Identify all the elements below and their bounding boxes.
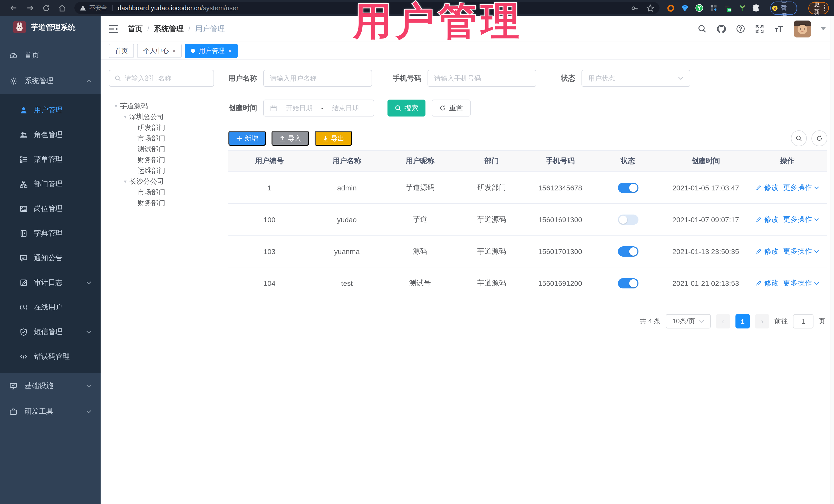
username-input[interactable]: 请输入用户名称	[263, 70, 372, 87]
tree-node-root[interactable]: ▾芋道源码	[109, 101, 221, 111]
chevron-down-icon[interactable]	[814, 218, 819, 221]
extension-green-y-icon[interactable]	[695, 4, 704, 12]
more-actions-link[interactable]: 更多操作	[783, 215, 812, 224]
extension-gem-icon[interactable]	[681, 4, 689, 12]
caret-down-icon[interactable]: ▾	[112, 103, 120, 109]
tree-node[interactable]: ▾深圳总公司	[109, 111, 221, 122]
sidebar-collapse-icon[interactable]	[109, 24, 118, 33]
breadcrumb-system[interactable]: 系统管理	[154, 24, 184, 34]
more-actions-link[interactable]: 更多操作	[783, 247, 812, 256]
status-toggle[interactable]	[618, 214, 638, 224]
github-icon[interactable]	[717, 24, 726, 34]
font-size-icon[interactable]	[774, 25, 784, 33]
more-actions-link[interactable]: 更多操作	[783, 183, 812, 192]
chevron-down-icon[interactable]	[814, 282, 819, 285]
browser-menu-icon[interactable]	[824, 5, 825, 11]
tree-node[interactable]: 运维部门	[109, 165, 221, 176]
next-page-button[interactable]: ›	[755, 314, 769, 328]
caret-down-icon[interactable]	[821, 27, 826, 30]
edit-link[interactable]: 修改	[764, 183, 778, 192]
status-select[interactable]: 用户状态	[581, 70, 690, 87]
plus-icon	[236, 135, 242, 141]
sidebar-item-sms-management[interactable]: 短信管理	[0, 320, 101, 344]
extension-tabs-on-icon[interactable]: on	[724, 4, 732, 12]
mobile-input[interactable]: 请输入手机号码	[427, 70, 536, 87]
reload-icon[interactable]	[42, 4, 50, 12]
extension-sprout-icon[interactable]	[739, 4, 746, 12]
search-button[interactable]: 搜索	[388, 100, 425, 116]
extension-puzzle-icon[interactable]	[752, 4, 760, 12]
close-icon[interactable]: ×	[172, 48, 176, 54]
caret-down-icon[interactable]: ▾	[121, 114, 129, 119]
edit-link[interactable]: 修改	[764, 279, 778, 288]
create-time-range-picker[interactable]: 开始日期 - 结束日期	[263, 100, 374, 116]
export-button[interactable]: 导出	[314, 131, 352, 146]
edit-link[interactable]: 修改	[764, 215, 778, 224]
sidebar-item-role-management[interactable]: 角色管理	[0, 123, 101, 147]
refresh-table-button[interactable]	[811, 130, 827, 146]
sidebar-item-dept-management[interactable]: 部门管理	[0, 172, 101, 197]
more-actions-link[interactable]: 更多操作	[783, 279, 812, 288]
caret-down-icon[interactable]: ▾	[121, 179, 129, 184]
chevron-down-icon[interactable]	[814, 250, 819, 253]
profile-paused-chip[interactable]: 已暂停	[770, 1, 797, 15]
sidebar-item-post-management[interactable]: 岗位管理	[0, 197, 101, 221]
tree-node[interactable]: 研发部门	[109, 122, 221, 133]
reset-button[interactable]: 重置	[432, 100, 470, 116]
sidebar-item-user-management[interactable]: 用户管理	[0, 98, 101, 123]
password-key-icon[interactable]	[631, 4, 639, 12]
extension-grid-icon[interactable]	[710, 4, 718, 12]
prev-page-button[interactable]: ‹	[716, 314, 730, 328]
sidebar-item-dev-tools[interactable]: 研发工具	[0, 399, 101, 424]
bookmark-star-icon[interactable]	[646, 4, 654, 12]
app-logo[interactable]: 芋道管理系统	[0, 16, 101, 39]
sidebar-item-error-code[interactable]: 错误码管理	[0, 344, 101, 369]
import-button[interactable]: 导入	[271, 131, 309, 146]
tab-profile[interactable]: 个人中心×	[137, 44, 182, 58]
page-size-select[interactable]: 10条/页	[666, 314, 711, 328]
sidebar-item-online-users[interactable]: 在线用户	[0, 295, 101, 320]
sidebar-item-system[interactable]: 系统管理	[0, 68, 101, 94]
user-avatar[interactable]	[794, 20, 811, 37]
sidebar-item-menu-management[interactable]: 菜单管理	[0, 147, 101, 172]
edit-link[interactable]: 修改	[764, 247, 778, 256]
security-chip[interactable]: 不安全	[80, 4, 107, 12]
sidebar-item-label: 在线用户	[34, 303, 63, 312]
current-page[interactable]: 1	[736, 314, 750, 328]
header-search-icon[interactable]	[698, 24, 707, 34]
sidebar-item-notice[interactable]: 通知公告	[0, 246, 101, 270]
tree-node[interactable]: 市场部门	[109, 187, 221, 198]
back-icon[interactable]	[9, 4, 18, 12]
status-toggle[interactable]	[618, 182, 638, 193]
status-toggle[interactable]	[618, 278, 638, 288]
browser-update-button[interactable]: 更新	[808, 2, 829, 14]
home-icon[interactable]	[58, 4, 66, 12]
address-bar[interactable]: 不安全 dashboard.yudao.iocoder.cn/system/us…	[74, 2, 659, 14]
url-text[interactable]: dashboard.yudao.iocoder.cn/system/user	[118, 4, 239, 12]
tree-node[interactable]: 测试部门	[109, 144, 221, 154]
chevron-down-icon[interactable]	[814, 186, 819, 189]
breadcrumb-home[interactable]: 首页	[128, 24, 143, 34]
extension-orange-ring-icon[interactable]	[667, 4, 675, 12]
tree-node[interactable]: 财务部门	[109, 198, 221, 209]
dept-search-input[interactable]: 请输入部门名称	[109, 70, 214, 87]
tree-node[interactable]: ▾长沙分公司	[109, 176, 221, 187]
sidebar-item-infrastructure[interactable]: 基础设施	[0, 373, 101, 399]
fullscreen-icon[interactable]	[755, 24, 764, 34]
edit-icon	[755, 280, 762, 286]
close-icon[interactable]: ×	[228, 48, 232, 54]
tab-home[interactable]: 首页	[109, 44, 134, 58]
forward-icon[interactable]	[26, 4, 35, 12]
tree-node[interactable]: 财务部门	[109, 154, 221, 165]
help-icon[interactable]	[736, 24, 745, 34]
add-button[interactable]: 新增	[228, 131, 266, 146]
sidebar-item-audit-log[interactable]: 审计日志	[0, 270, 101, 295]
tab-user-management[interactable]: 用户管理×	[185, 44, 238, 58]
goto-page-input[interactable]: 1	[793, 314, 813, 328]
sidebar-item-home[interactable]: 首页	[0, 43, 101, 68]
page-scrollbar[interactable]	[830, 16, 834, 504]
show-search-toggle-button[interactable]	[791, 130, 807, 146]
status-toggle[interactable]	[618, 246, 638, 256]
tree-node[interactable]: 市场部门	[109, 133, 221, 144]
sidebar-item-dict-management[interactable]: 字典管理	[0, 221, 101, 246]
